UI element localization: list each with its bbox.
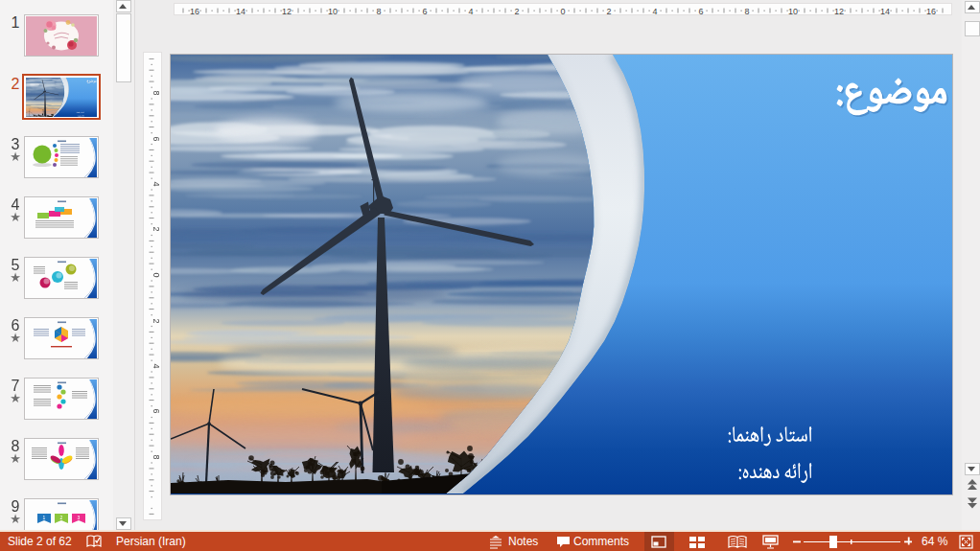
svg-text:2: 2 xyxy=(606,7,611,15)
svg-text:16: 16 xyxy=(926,7,936,15)
svg-text:3: 3 xyxy=(78,515,81,520)
svg-text:0: 0 xyxy=(560,7,565,15)
svg-text:6: 6 xyxy=(152,408,161,413)
svg-text:14: 14 xyxy=(236,7,245,15)
svg-text:8: 8 xyxy=(152,454,161,459)
svg-text:4: 4 xyxy=(468,7,473,15)
svg-text:4: 4 xyxy=(152,181,161,186)
svg-text:1: 1 xyxy=(43,515,46,520)
svg-text:8: 8 xyxy=(376,7,381,15)
svg-text:10: 10 xyxy=(788,7,798,15)
svg-text:2: 2 xyxy=(514,7,519,15)
svg-text:8: 8 xyxy=(744,7,749,15)
svg-text:10: 10 xyxy=(328,7,338,15)
svg-text:12: 12 xyxy=(834,7,844,15)
svg-text:2: 2 xyxy=(60,515,63,520)
svg-text:4: 4 xyxy=(652,7,657,15)
svg-text:4: 4 xyxy=(152,363,161,368)
svg-text:14: 14 xyxy=(880,7,890,15)
svg-text:6: 6 xyxy=(698,7,703,15)
svg-text:12: 12 xyxy=(282,7,292,15)
svg-text:6: 6 xyxy=(422,7,427,15)
svg-text:2: 2 xyxy=(152,226,161,231)
svg-text:0: 0 xyxy=(152,272,161,277)
svg-text:16: 16 xyxy=(190,7,199,15)
svg-text:2: 2 xyxy=(152,318,161,323)
svg-text:8: 8 xyxy=(152,90,161,95)
svg-text:6: 6 xyxy=(152,136,161,141)
